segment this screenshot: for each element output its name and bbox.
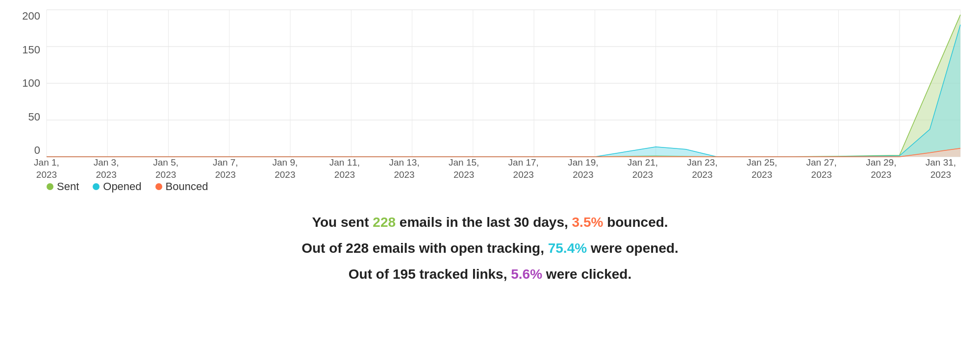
- stat3-pct: 5.6%: [511, 266, 542, 282]
- x-label-jan7: Jan 7,2023: [206, 157, 245, 176]
- y-label-150: 150: [22, 44, 40, 56]
- bounced-label: Bounced: [166, 180, 208, 193]
- y-label-100: 100: [22, 77, 40, 90]
- opened-label: Opened: [103, 180, 141, 193]
- legend-opened: Opened: [93, 180, 141, 193]
- x-label-jan25: Jan 25,2023: [742, 157, 781, 176]
- stat3-prefix: Out of 195 tracked links,: [349, 266, 511, 282]
- x-label-jan3: Jan 3,2023: [87, 157, 126, 176]
- stats-section: You sent 228 emails in the last 30 days,…: [20, 213, 960, 291]
- bounced-dot: [155, 183, 162, 190]
- x-label-jan29: Jan 29,2023: [861, 157, 901, 176]
- x-label-jan23: Jan 23,2023: [683, 157, 722, 176]
- y-label-200: 200: [22, 10, 40, 23]
- legend-bounced: Bounced: [155, 180, 208, 193]
- x-label-jan15: Jan 15,2023: [444, 157, 483, 176]
- sent-area: [47, 15, 960, 157]
- x-label-jan11: Jan 11,2023: [325, 157, 364, 176]
- x-label-jan31: Jan 31,2023: [921, 157, 960, 176]
- sent-label: Sent: [57, 180, 79, 193]
- x-label-jan5: Jan 5,2023: [146, 157, 185, 176]
- x-label-jan13: Jan 13,2023: [385, 157, 424, 176]
- opened-area: [47, 25, 960, 157]
- sent-dot: [47, 183, 53, 190]
- chart-legend: Sent Opened Bounced: [47, 180, 960, 198]
- stat1-middle: emails in the last 30 days,: [396, 215, 572, 230]
- x-label-jan21: Jan 21,2023: [623, 157, 662, 176]
- opened-line: [47, 25, 960, 157]
- stat2-suffix: were opened.: [587, 241, 678, 256]
- stat-line-1: You sent 228 emails in the last 30 days,…: [20, 213, 960, 232]
- stat1-prefix: You sent: [312, 215, 373, 230]
- x-label-jan1: Jan 1,2023: [27, 157, 66, 176]
- bounced-line: [47, 148, 960, 157]
- stat1-pct: 3.5%: [572, 215, 603, 230]
- stat-line-2: Out of 228 emails with open tracking, 75…: [20, 239, 960, 258]
- stat3-suffix: were clicked.: [542, 266, 631, 282]
- x-label-jan19: Jan 19,2023: [563, 157, 603, 176]
- x-label-jan27: Jan 27,2023: [802, 157, 841, 176]
- stat-line-3: Out of 195 tracked links, 5.6% were clic…: [20, 265, 960, 284]
- stat1-number: 228: [373, 215, 396, 230]
- x-axis-labels: Jan 1,2023 Jan 3,2023 Jan 5,2023 Jan 7,2…: [47, 157, 960, 176]
- stat1-suffix: bounced.: [603, 215, 668, 230]
- opened-dot: [93, 183, 100, 190]
- stat2-pct: 75.4%: [548, 241, 587, 256]
- bounced-area: [47, 148, 960, 157]
- y-axis: 200 150 100 50 0: [20, 10, 44, 157]
- sent-line: [47, 15, 960, 157]
- x-label-jan17: Jan 17,2023: [504, 157, 543, 176]
- x-label-jan9: Jan 9,2023: [265, 157, 304, 176]
- legend-sent: Sent: [47, 180, 79, 193]
- chart-container: 200 150 100 50 0: [20, 10, 960, 198]
- y-label-0: 0: [34, 144, 40, 157]
- y-label-50: 50: [28, 111, 40, 123]
- stat2-prefix: Out of 228 emails with open tracking,: [302, 241, 548, 256]
- chart-plot-area: [47, 10, 960, 157]
- chart-area: 200 150 100 50 0: [20, 10, 960, 176]
